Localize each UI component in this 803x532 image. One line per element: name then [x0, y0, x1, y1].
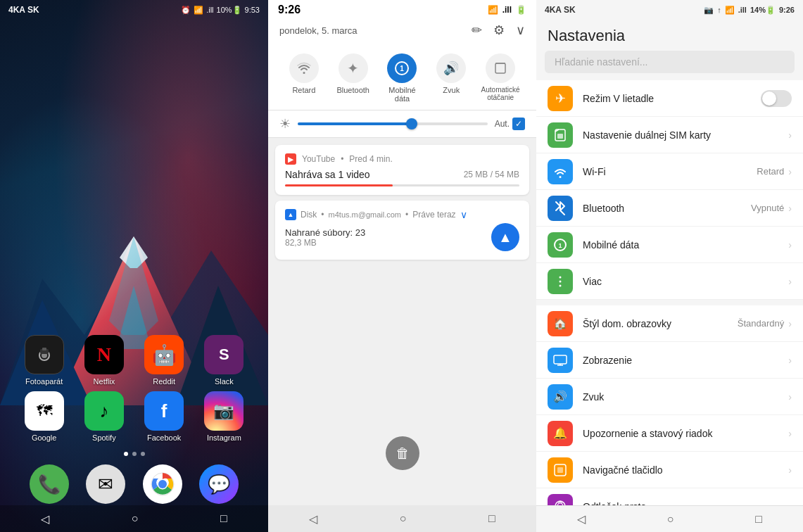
- sim-text: Nastavenie duálnej SIM karty: [583, 129, 788, 141]
- toggle-sound[interactable]: 🔊 Zvuk: [429, 53, 473, 103]
- nav-settings-icon: [548, 457, 573, 483]
- home-recents-btn[interactable]: □: [220, 512, 227, 525]
- notif-header-actions: ✏ ⚙ ∨: [472, 23, 525, 38]
- settings-panel: 4KA SK 📷 ↑ 📶 .ill 14%🔋 9:26 Nastavenia H…: [536, 0, 803, 532]
- notif-back-btn[interactable]: ◁: [309, 512, 317, 526]
- disk-notif-text: Nahrané súbory: 23 82,3 MB: [285, 227, 365, 248]
- more-settings-label: Viac: [583, 276, 788, 287]
- home-alarm-icon: ⏰: [181, 6, 191, 15]
- airplane-toggle[interactable]: [761, 90, 792, 107]
- app-slack[interactable]: S Slack: [198, 335, 249, 386]
- settings-list: ✈ Režim V lietadle Nastavenie duálnej SI…: [536, 80, 803, 505]
- disk-expand-icon[interactable]: ∨: [460, 209, 467, 220]
- sound-settings-icon: 🔊: [548, 384, 573, 410]
- notif-home-btn[interactable]: ○: [400, 512, 407, 525]
- home-nav-bar: ◁ ○ □: [0, 505, 268, 532]
- fotoaparat-label: Fotoaparát: [25, 377, 63, 386]
- notif-battery: 🔋: [516, 5, 526, 15]
- settings-item-fingerprint[interactable]: Odtlačok prsta ›: [536, 488, 803, 505]
- home-page-dots: [0, 452, 268, 456]
- app-facebook[interactable]: f Facebook: [139, 391, 189, 442]
- wifi-settings-label: Wi-Fi: [583, 166, 757, 177]
- sound-settings-right: ›: [788, 391, 792, 403]
- reddit-label: Reddit: [153, 377, 175, 386]
- theme-settings-right: Štandardný ›: [738, 318, 792, 329]
- settings-item-airplane[interactable]: ✈ Režim V lietadle: [536, 80, 803, 117]
- notif-recents-btn[interactable]: □: [488, 512, 495, 525]
- drive-upload-icon: ▲: [491, 223, 519, 251]
- settings-search-bar[interactable]: Hľadanie nastavení...: [545, 51, 795, 73]
- svg-rect-16: [495, 63, 505, 73]
- disk-notification[interactable]: ▲ Disk • m4tus.m@gmail.com • Práve teraz…: [275, 201, 529, 260]
- youtube-upload-label: Nahráva sa 1 video: [285, 169, 370, 180]
- dock-messenger[interactable]: 💬: [194, 464, 244, 504]
- clear-notifications-btn[interactable]: 🗑: [386, 436, 419, 470]
- sim-chevron: ›: [788, 129, 792, 141]
- toggle-wifi[interactable]: Retard: [282, 53, 326, 103]
- settings-item-notif[interactable]: 🔔 Upozornenie a stavový riadok ›: [536, 415, 803, 452]
- app-google[interactable]: 🗺 Google: [19, 391, 70, 442]
- settings-item-display[interactable]: Zobrazenie ›: [536, 342, 803, 379]
- mail-icon: ✉: [86, 464, 125, 504]
- brightness-auto-check[interactable]: ✓: [512, 118, 525, 130]
- settings-item-sim[interactable]: Nastavenie duálnej SIM karty ›: [536, 117, 803, 153]
- settings-item-nav[interactable]: Navigačné tlačidlo ›: [536, 452, 803, 488]
- wifi-chevron: ›: [788, 166, 792, 177]
- more-settings-icon: [548, 269, 573, 294]
- settings-recents-btn[interactable]: □: [755, 513, 762, 526]
- toggle-rotate[interactable]: Automatické otáčanie: [479, 53, 522, 103]
- brightness-slider[interactable]: [298, 122, 488, 125]
- toggle-bluetooth[interactable]: ✦ Bluetooth: [331, 53, 375, 103]
- wifi-settings-value: Retard: [757, 166, 784, 177]
- dock-phone[interactable]: 📞: [24, 464, 75, 504]
- nav-settings-text: Navigačné tlačidlo: [583, 464, 788, 476]
- notif-settings-label: Upozornenie a stavový riadok: [583, 428, 788, 439]
- home-home-btn[interactable]: ○: [132, 512, 139, 525]
- app-reddit[interactable]: 🤖 Reddit: [139, 335, 189, 386]
- youtube-notification[interactable]: ▶ YouTube • Pred 4 min. Nahráva sa 1 vid…: [275, 145, 529, 195]
- settings-home-btn[interactable]: ○: [667, 513, 674, 526]
- notif-nav-bar: ◁ ○ □: [268, 505, 536, 532]
- dock-chrome[interactable]: [137, 464, 188, 504]
- settings-item-theme[interactable]: 🏠 Štýl dom. obrazovky Štandardný ›: [536, 305, 803, 342]
- app-netflix[interactable]: N Netflix: [79, 335, 129, 386]
- disk-time: Práve teraz: [412, 210, 455, 220]
- sound-settings-text: Zvuk: [583, 391, 788, 403]
- airplane-text: Režim V lietadle: [583, 93, 761, 104]
- disk-files-count: Nahrané súbory: 23: [285, 227, 365, 238]
- spotify-label: Spotify: [92, 433, 116, 442]
- quick-toggles: Retard ✦ Bluetooth 1 Mobilné dáta 🔊 Zvuk…: [268, 46, 536, 110]
- app-fotoaparat[interactable]: Fotoaparát: [19, 335, 70, 386]
- toggle-mobile-data[interactable]: 1 Mobilné dáta: [380, 53, 424, 103]
- sound-toggle-label: Zvuk: [443, 86, 460, 94]
- settings-item-sound[interactable]: 🔊 Zvuk ›: [536, 379, 803, 415]
- settings-item-bluetooth[interactable]: Bluetooth Vypnuté ›: [536, 190, 803, 227]
- settings-item-more[interactable]: Viac ›: [536, 263, 803, 300]
- home-back-btn[interactable]: ◁: [41, 512, 49, 526]
- dock-mail[interactable]: ✉: [80, 464, 131, 504]
- home-carrier: 4KA SK: [8, 5, 39, 15]
- app-spotify[interactable]: ♪ Spotify: [79, 391, 129, 442]
- chrome-icon: [143, 464, 182, 504]
- data-settings-icon: 1: [548, 232, 573, 258]
- notif-dot-separator: •: [341, 154, 343, 164]
- settings-status-bar: 4KA SK 📷 ↑ 📶 .ill 14%🔋 9:26: [536, 0, 803, 20]
- svg-rect-18: [557, 134, 563, 139]
- edit-icon[interactable]: ✏: [472, 23, 482, 38]
- data-settings-label: Mobilné dáta: [583, 239, 788, 251]
- brightness-bar: ☀ Aut. ✓: [268, 110, 536, 138]
- notification-cards: ▶ YouTube • Pred 4 min. Nahráva sa 1 vid…: [268, 138, 536, 311]
- collapse-icon[interactable]: ∨: [516, 23, 525, 38]
- bluetooth-settings-icon: [548, 196, 573, 221]
- settings-item-wifi[interactable]: Wi-Fi Retard ›: [536, 153, 803, 190]
- brightness-auto-label: Aut.: [495, 119, 510, 129]
- youtube-notif-time: Pred 4 min.: [349, 154, 392, 164]
- app-instagram[interactable]: 📷 Instagram: [198, 391, 249, 442]
- settings-back-btn[interactable]: ◁: [577, 512, 586, 526]
- google-label: Google: [32, 433, 56, 442]
- settings-icon[interactable]: ⚙: [493, 23, 505, 38]
- dot-2: [132, 452, 137, 456]
- data-chevron: ›: [788, 239, 792, 251]
- settings-item-mobile-data[interactable]: 1 Mobilné dáta ›: [536, 227, 803, 263]
- home-wifi-icon: 📶: [194, 6, 203, 15]
